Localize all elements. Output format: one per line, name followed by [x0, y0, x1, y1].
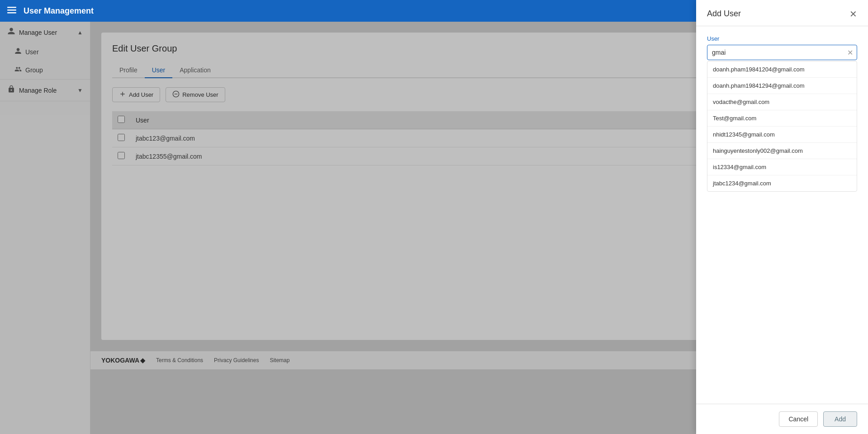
panel-title: Add User [707, 9, 741, 19]
svg-rect-1 [7, 9, 16, 11]
dropdown-item[interactable]: Test@gmail.com [707, 110, 857, 127]
add-button[interactable]: Add [823, 411, 857, 427]
svg-rect-2 [7, 12, 16, 14]
add-user-panel: Add User ✕ User ✕ doanh.pham19841204@gma… [696, 0, 868, 434]
panel-header: Add User ✕ [696, 0, 868, 26]
user-search-input[interactable] [707, 45, 857, 60]
panel-footer: Cancel Add [696, 404, 868, 434]
dropdown-item[interactable]: hainguyentestonly002@gmail.com [707, 143, 857, 159]
user-field-label: User [707, 35, 857, 42]
close-icon: ✕ [849, 9, 857, 19]
user-input-wrapper: ✕ [707, 45, 857, 60]
dropdown-item[interactable]: doanh.pham19841294@gmail.com [707, 78, 857, 94]
hamburger-icon[interactable] [7, 5, 16, 17]
dropdown-item[interactable]: nhidt12345@gmail.com [707, 127, 857, 143]
dropdown-item[interactable]: is12334@gmail.com [707, 159, 857, 175]
panel-body: User ✕ doanh.pham19841204@gmail.comdoanh… [696, 26, 868, 404]
app-title: User Management [24, 6, 735, 16]
dropdown-item[interactable]: doanh.pham19841204@gmail.com [707, 61, 857, 78]
user-field: User ✕ doanh.pham19841204@gmail.comdoanh… [707, 35, 857, 192]
cancel-button[interactable]: Cancel [779, 411, 818, 427]
svg-rect-0 [7, 7, 16, 8]
dropdown-item[interactable]: jtabc1234@gmail.com [707, 175, 857, 191]
panel-close-button[interactable]: ✕ [849, 9, 857, 19]
user-dropdown: doanh.pham19841204@gmail.comdoanh.pham19… [707, 61, 857, 192]
dropdown-item[interactable]: vodacthe@gmail.com [707, 94, 857, 110]
clear-icon[interactable]: ✕ [847, 48, 853, 57]
